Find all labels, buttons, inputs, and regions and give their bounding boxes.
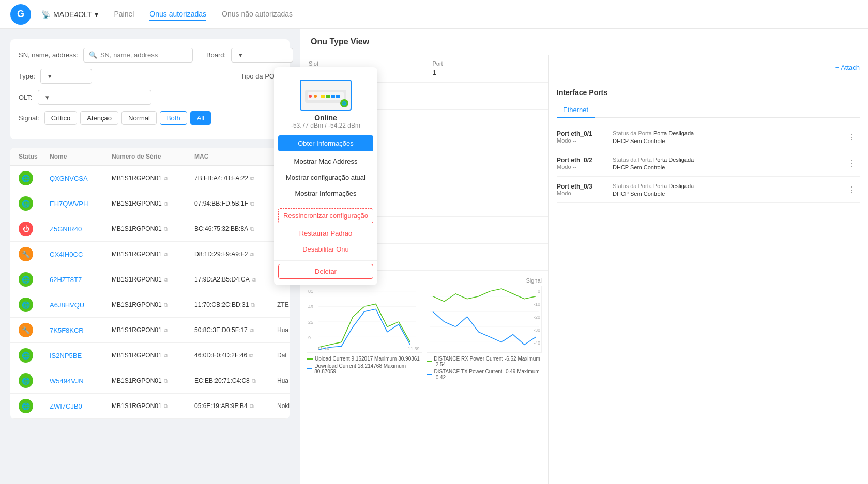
copy-serial-icon[interactable]: ⧉ <box>164 403 168 410</box>
mostrar-infos-item[interactable]: Mostrar Informações <box>274 185 377 201</box>
name-cell[interactable]: 62HZT8T7 <box>50 276 112 284</box>
name-cell[interactable]: IS2NP5BE <box>50 352 112 360</box>
sig-btn-critico[interactable]: Crítico <box>44 111 78 125</box>
table-row[interactable]: 🌐 ZWI7CJB0 MB1S1RGPON01 ⧉ 05:6E:19:AB:9F… <box>10 394 290 419</box>
name-cell[interactable]: W5494VJN <box>50 377 112 385</box>
restaurar-item[interactable]: Restaurar Padrão <box>274 225 377 241</box>
copy-serial-icon[interactable]: ⧉ <box>164 200 168 207</box>
nav-painel[interactable]: Painel <box>114 8 134 21</box>
nav-onus-autorizadas[interactable]: Onus autorizadas <box>149 8 206 21</box>
copy-mac-icon[interactable]: ⧉ <box>252 378 256 384</box>
deletar-item[interactable]: Deletar <box>278 264 373 279</box>
status-cell: 🔧 <box>19 323 50 337</box>
copy-mac-icon[interactable]: ⧉ <box>250 327 254 334</box>
sn-input[interactable] <box>100 51 187 59</box>
sig-btn-atencao[interactable]: Atenção <box>80 111 118 125</box>
copy-serial-icon[interactable]: ⧉ <box>164 352 168 359</box>
port-menu-btn[interactable]: ⋮ <box>847 185 860 195</box>
port-menu-btn[interactable]: ⋮ <box>847 159 860 168</box>
serial-cell: MB1S1RGPON01 ⧉ <box>112 377 194 384</box>
port-status-col: Status da Porta Porta Desligada DHCP Sem… <box>613 155 843 171</box>
copy-mac-icon[interactable]: ⧉ <box>250 226 254 232</box>
nav-brand[interactable]: 📡 MADE4OLT ▾ <box>41 10 98 19</box>
name-cell[interactable]: EH7QWVPH <box>50 200 112 208</box>
port-mode: Modo -- <box>557 137 608 144</box>
sig-btn-normal[interactable]: Normal <box>121 111 157 125</box>
ports-container: Port eth_0/1 Modo -- Status da Porta Por… <box>557 124 860 203</box>
copy-serial-icon[interactable]: ⧉ <box>164 327 168 334</box>
app-logo: G <box>10 4 31 25</box>
sn-input-wrapper[interactable]: 🔍 <box>83 48 193 63</box>
tab-ethernet[interactable]: Ethernet <box>557 103 595 118</box>
port-status-col: Status da Porta Porta Desligada DHCP Sem… <box>613 182 843 197</box>
copy-serial-icon[interactable]: ⧉ <box>164 175 168 182</box>
copy-serial-icon[interactable]: ⧉ <box>164 276 168 283</box>
serial-value: MB1S1RGPON01 <box>112 301 162 308</box>
board-select[interactable]: ▾ <box>231 48 293 63</box>
copy-mac-icon[interactable]: ⧉ <box>249 352 253 359</box>
upload-dot <box>307 358 313 360</box>
olt-label: OLT: <box>19 93 33 101</box>
mac-cell: EC:EB:20:71:C4:C8 ⧉ <box>194 377 277 384</box>
panel-header: Onu Type View ✕ <box>300 29 868 55</box>
table-row[interactable]: 🌐 W5494VJN MB1S1RGPON01 ⧉ EC:EB:20:71:C4… <box>10 368 290 394</box>
mac-value: 11:70:CB:2C:BD:31 <box>194 301 249 308</box>
sig-btn-all[interactable]: All <box>190 111 211 125</box>
table-row[interactable]: 🌐 EH7QWVPH MB1S1RGPON01 ⧉ 07:94:BB:FD:5B… <box>10 191 290 216</box>
copy-serial-icon[interactable]: ⧉ <box>164 378 168 384</box>
name-cell[interactable]: A6J8HVQU <box>50 301 112 309</box>
table-row[interactable]: 🌐 QXGNVCSA MB1S1RGPON01 ⧉ 7B:FB:A4:7B:FA… <box>10 166 290 191</box>
copy-serial-icon[interactable]: ⧉ <box>164 226 168 232</box>
port-menu-btn[interactable]: ⋮ <box>847 132 860 142</box>
copy-mac-icon[interactable]: ⧉ <box>250 175 254 182</box>
name-cell[interactable]: QXGNVCSA <box>50 175 112 182</box>
port-status-value: Porta Desligada <box>653 130 694 136</box>
status-icon: 🌐 <box>19 272 33 287</box>
obter-info-btn[interactable]: Obter Informações <box>278 135 373 151</box>
serial-cell: MB1S1RGPON01 ⧉ <box>112 402 194 410</box>
port-name-col: Port eth_0/3 Modo -- <box>557 183 608 196</box>
serial-cell: MB1S1RGPON01 ⧉ <box>112 326 194 334</box>
dropdown-divider-2 <box>274 260 377 261</box>
mac-cell: BC:46:75:32:BB:8A ⧉ <box>194 225 277 232</box>
name-cell[interactable]: ZWI7CJB0 <box>50 402 112 410</box>
top-nav: G 📡 MADE4OLT ▾ Painel Onus autorizadas O… <box>0 0 868 29</box>
table-row[interactable]: 🌐 A6J8HVQU MB1S1RGPON01 ⧉ 11:70:CB:2C:BD… <box>10 292 290 318</box>
signal-chart-area: 0 -10 -20 -30 -40 <box>427 286 542 353</box>
table-row[interactable]: ⏻ Z5GNIR40 MB1S1RGPON01 ⧉ BC:46:75:32:BB… <box>10 216 290 242</box>
device-online-label: Online <box>314 114 337 122</box>
copy-mac-icon[interactable]: ⧉ <box>250 251 254 258</box>
copy-mac-icon[interactable]: ⧉ <box>250 403 254 410</box>
status-cell: 🌐 <box>19 171 50 185</box>
type-select[interactable]: ▾ <box>40 69 92 84</box>
copy-serial-icon[interactable]: ⧉ <box>164 302 168 308</box>
traffic-svg <box>307 286 422 352</box>
download-dot <box>307 368 312 369</box>
mostrar-config-item[interactable]: Mostrar configuração atual <box>274 169 377 185</box>
name-cell[interactable]: Z5GNIR40 <box>50 225 112 233</box>
olt-select[interactable]: ▾ <box>38 90 151 105</box>
olt-chevron: ▾ <box>45 93 49 101</box>
ressincronizar-item[interactable]: Ressincronizar configuração <box>278 208 373 223</box>
copy-serial-icon[interactable]: ⧉ <box>164 251 168 258</box>
table-row[interactable]: 🔧 7K5F8KCR MB1S1RGPON01 ⧉ 50:8C:3E:D0:5F… <box>10 318 290 343</box>
table-row[interactable]: 🌐 IS2NP5BE MB1S1RGPON01 ⧉ 46:0D:F0:4D:2F… <box>10 343 290 368</box>
status-icon: 🌐 <box>19 399 33 413</box>
desabilitar-item[interactable]: Desabilitar Onu <box>274 241 377 257</box>
upload-legend: Upload Current 9.152017 Maximum 30.90361 <box>307 356 422 362</box>
name-cell[interactable]: CX4IH0CC <box>50 251 112 258</box>
sig-btn-both[interactable]: Both <box>160 111 187 125</box>
copy-mac-icon[interactable]: ⧉ <box>251 302 255 308</box>
copy-mac-icon[interactable]: ⧉ <box>250 200 254 207</box>
nav-onus-nao-autorizadas[interactable]: Onus não autorizadas <box>222 8 293 21</box>
serial-value: MB1S1RGPON01 <box>112 276 162 283</box>
attach-btn[interactable]: + Attach <box>835 64 860 71</box>
table-row[interactable]: 🔧 CX4IH0CC MB1S1RGPON01 ⧉ D8:1D:29:F9:A9… <box>10 242 290 267</box>
table-header: Status Nome Número de Série MAC Onu <box>10 148 290 166</box>
tx-dot <box>427 374 432 375</box>
mostrar-mac-item[interactable]: Mostrar Mac Address <box>274 153 377 169</box>
copy-mac-icon[interactable]: ⧉ <box>252 276 256 283</box>
table-row[interactable]: 🌐 62HZT8T7 MB1S1RGPON01 ⧉ 17:9D:A2:B5:D4… <box>10 267 290 292</box>
interface-ports-section: Interface Ports Ethernet Port eth_0/1 Mo… <box>557 88 860 203</box>
name-cell[interactable]: 7K5F8KCR <box>50 326 112 334</box>
